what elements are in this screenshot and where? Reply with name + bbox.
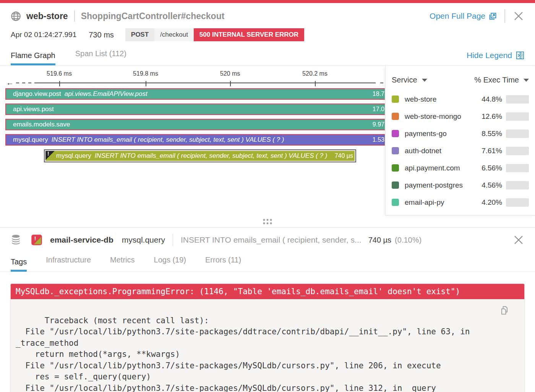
axis-left-arrow-icon: ← bbox=[6, 78, 14, 87]
exec-time-bar bbox=[506, 181, 529, 190]
tab-infrastructure[interactable]: Infrastructure bbox=[46, 256, 91, 272]
time-axis bbox=[34, 83, 376, 83]
exec-time-pct: 4.56% bbox=[475, 181, 502, 190]
tab-tags[interactable]: Tags bbox=[11, 258, 27, 272]
copy-icon[interactable] bbox=[499, 305, 510, 316]
axis-tick-label: 519.6 ms bbox=[47, 70, 72, 77]
tab-metrics[interactable]: Metrics bbox=[110, 256, 135, 272]
exec-time-bar bbox=[506, 164, 529, 172]
legend-row-web-store[interactable]: web-store 44.8% bbox=[386, 91, 535, 108]
detail-duration-pct: (0.10%) bbox=[395, 236, 422, 245]
legend-exec-header: % Exec Time bbox=[474, 76, 519, 84]
legend-row-auth-dotnet[interactable]: auth-dotnet 7.61% bbox=[386, 142, 535, 159]
tab-logs[interactable]: Logs (19) bbox=[154, 256, 186, 272]
exec-time-bar bbox=[506, 147, 529, 155]
detail-resource: INSERT INTO emails_email ( recipient, se… bbox=[181, 235, 362, 245]
tab-span-list[interactable]: Span List (112) bbox=[75, 49, 126, 65]
error-title: MySQLdb._exceptions.ProgrammingError: (1… bbox=[11, 284, 524, 299]
trace-duration: 730 ms bbox=[89, 31, 114, 39]
error-traceback: Traceback (most recent call last): File … bbox=[11, 299, 524, 392]
open-full-page-link[interactable]: Open Full Page bbox=[430, 11, 497, 21]
span-operation: mysql.query bbox=[13, 136, 48, 144]
exec-time-bar bbox=[506, 198, 529, 207]
span-duration: 9.97 bbox=[369, 121, 384, 128]
legend-row-payment-postgres[interactable]: payment-postgres 4.56% bbox=[386, 177, 535, 194]
span-bar-emails-models-save[interactable]: emails.models.save 9.97 bbox=[5, 119, 385, 130]
database-icon bbox=[11, 234, 21, 246]
external-link-icon bbox=[489, 12, 497, 20]
divider bbox=[74, 10, 75, 22]
http-path-badge: /checkout bbox=[154, 28, 194, 41]
axis-tick bbox=[59, 81, 60, 86]
span-bar-django-view-post[interactable]: django.view.post api.views.EmailAPIView.… bbox=[5, 88, 385, 100]
trace-resource-name: ShoppingCartController#checkout bbox=[81, 11, 225, 21]
caret-down-icon bbox=[524, 79, 529, 82]
axis-dash bbox=[28, 83, 31, 83]
service-name: auth-dotnet bbox=[405, 147, 441, 155]
legend-row-payments-go[interactable]: payments-go 8.55% bbox=[386, 125, 535, 142]
exec-time-bar bbox=[506, 95, 529, 104]
service-color-swatch bbox=[392, 96, 399, 103]
exec-time-pct: 6.56% bbox=[475, 164, 502, 172]
span-bar-mysql-query[interactable]: mysql.query INSERT INTO emails_email ( r… bbox=[5, 134, 385, 146]
service-color-swatch bbox=[392, 130, 399, 137]
tab-flame-graph[interactable]: Flame Graph bbox=[11, 51, 55, 65]
http-status-badge: 500 INTERNAL SERVER ERROR bbox=[194, 28, 304, 41]
divider bbox=[504, 9, 505, 23]
span-duration: 17.0 bbox=[369, 106, 384, 113]
axis-dash bbox=[22, 83, 25, 83]
span-detail-tabs: Tags Infrastructure Metrics Logs (19) Er… bbox=[0, 252, 535, 272]
svg-text:!: ! bbox=[34, 236, 36, 241]
axis-tick bbox=[230, 81, 231, 86]
view-tabs: Flame Graph Span List (112) Hide Legend bbox=[0, 44, 535, 66]
span-bar-api-views-post[interactable]: api.views.post 17.0 bbox=[5, 104, 385, 115]
span-resource: api.views.EmailAPIView.post bbox=[65, 90, 148, 98]
close-span-detail-icon[interactable] bbox=[513, 234, 524, 246]
legend-service-header: Service bbox=[392, 76, 417, 84]
legend-exec-sort[interactable]: % Exec Time bbox=[474, 76, 529, 84]
error-service-badge-icon: ! bbox=[31, 234, 42, 246]
axis-tick-label: 519.8 ms bbox=[133, 70, 158, 77]
span-bar-mysql-query-selected[interactable]: ! mysql.query INSERT INTO emails_email (… bbox=[44, 149, 356, 162]
detail-service-name: email-service-db bbox=[50, 235, 113, 245]
trace-header: web-store ShoppingCartController#checkou… bbox=[0, 3, 535, 23]
service-name: payment-postgres bbox=[405, 181, 463, 190]
trace-meta-row: Apr 02 01:24:27.991 730 ms POST /checkou… bbox=[0, 23, 535, 41]
panel-resize-handle[interactable] bbox=[0, 215, 535, 228]
span-duration: 740 µs bbox=[331, 152, 353, 159]
axis-tick bbox=[146, 81, 146, 86]
warning-icon: ! bbox=[47, 151, 49, 157]
span-operation: mysql.query bbox=[56, 152, 91, 160]
service-name: web-store-mongo bbox=[405, 112, 461, 121]
service-legend: Service % Exec Time web-store 44.8% web-… bbox=[385, 66, 535, 215]
axis-dash bbox=[16, 83, 19, 83]
service-color-swatch bbox=[392, 164, 399, 172]
error-details-block: MySQLdb._exceptions.ProgrammingError: (1… bbox=[10, 283, 525, 392]
service-name: web-store bbox=[405, 95, 436, 104]
error-accent-bar bbox=[0, 0, 535, 3]
divider bbox=[173, 234, 173, 246]
caret-down-icon bbox=[422, 79, 427, 82]
detail-operation-name: mysql.query bbox=[122, 235, 165, 245]
exec-time-pct: 44.8% bbox=[475, 95, 502, 104]
legend-service-sort[interactable]: Service bbox=[392, 76, 427, 84]
legend-row-web-store-mongo[interactable]: web-store-mongo 12.6% bbox=[386, 108, 535, 125]
hide-legend-label: Hide Legend bbox=[467, 51, 512, 60]
service-color-swatch bbox=[392, 147, 399, 154]
flame-graph-panel: ← 519.6 ms 519.8 ms 520 ms 520.2 ms djan… bbox=[0, 66, 535, 215]
span-operation: emails.models.save bbox=[13, 121, 70, 128]
service-color-swatch bbox=[392, 181, 399, 189]
collapse-panel-icon bbox=[516, 51, 524, 60]
exec-time-pct: 4.20% bbox=[475, 198, 502, 207]
drag-handle-icon bbox=[263, 219, 272, 224]
axis-dash bbox=[380, 83, 383, 83]
open-full-page-label: Open Full Page bbox=[430, 11, 485, 21]
tab-errors[interactable]: Errors (11) bbox=[205, 256, 241, 272]
traceback-text: Traceback (most recent call last): File … bbox=[16, 316, 475, 392]
http-method-badge: POST bbox=[125, 28, 154, 41]
legend-row-email-api-py[interactable]: email-api-py 4.20% bbox=[386, 194, 535, 211]
close-trace-icon[interactable] bbox=[513, 10, 524, 22]
hide-legend-button[interactable]: Hide Legend bbox=[467, 51, 524, 65]
span-duration: 18.7 bbox=[369, 91, 384, 97]
legend-row-api-payment-com[interactable]: api.payment.com 6.56% bbox=[386, 159, 535, 177]
